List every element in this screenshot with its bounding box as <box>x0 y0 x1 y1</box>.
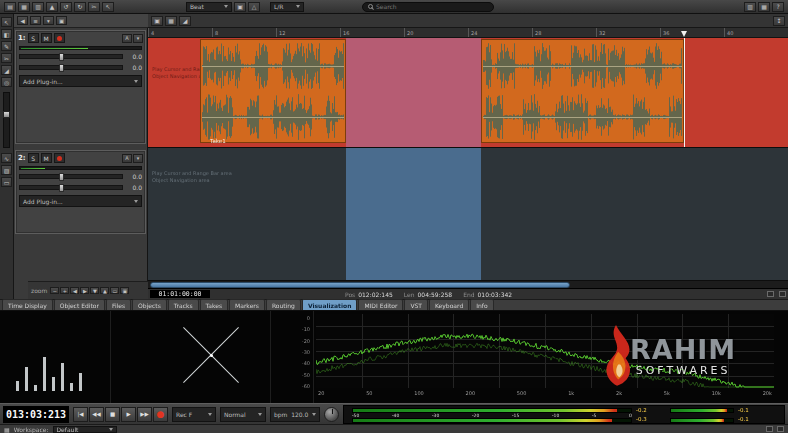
workspace-select[interactable]: Default <box>53 426 117 433</box>
record-button[interactable]: ● <box>153 407 168 422</box>
open-project-icon[interactable]: ▦ <box>18 2 30 12</box>
transport-time-display: 013:03:213 <box>3 406 69 423</box>
record-arm-button[interactable] <box>54 153 65 163</box>
fit-project-icon[interactable] <box>767 291 774 297</box>
fade-tool-icon[interactable]: ◢ <box>1 65 12 75</box>
export-icon[interactable]: ▲ <box>46 2 58 12</box>
pencil-tool-icon[interactable]: ✎ <box>1 41 12 51</box>
scroll-left-icon[interactable]: ◀ <box>70 287 79 294</box>
record-arm-button[interactable] <box>54 33 65 43</box>
track-1-lane[interactable]: Play Cursor and Range Bar area Object Na… <box>148 38 788 148</box>
track-2-lane[interactable]: Play Cursor and Range Bar area Object Na… <box>148 148 788 281</box>
statusbar-layout-icon[interactable] <box>777 426 784 432</box>
new-project-icon[interactable]: ▤ <box>4 2 16 12</box>
zoom-tool-icon[interactable]: ◎ <box>1 77 12 87</box>
audio-object[interactable] <box>481 39 684 143</box>
tempo-select[interactable]: bpm 120.0 <box>270 407 320 422</box>
playhead-cursor[interactable] <box>684 38 685 148</box>
automation-icon[interactable]: A <box>122 34 132 43</box>
vertical-zoom-fader[interactable] <box>3 92 10 148</box>
timeline-ruler[interactable]: 481216202428323640 <box>148 28 788 38</box>
search-input[interactable] <box>376 3 476 10</box>
track-menu-icon[interactable]: ▾ <box>133 154 143 163</box>
range-selection[interactable] <box>346 38 481 148</box>
pan-value: 0.0 <box>126 64 142 71</box>
layout-icon[interactable]: ▦ <box>758 2 770 12</box>
add-plugin-select[interactable]: Add Plug-in... <box>19 195 142 207</box>
transport-bar: 013:03:213 |◀◀◀■▶▶▶● Rec F Normal bpm 12… <box>0 403 788 424</box>
mute-object-tool-icon[interactable]: ▭ <box>1 177 12 187</box>
zoom-range-icon[interactable]: ▭ <box>110 287 119 294</box>
pan-fader[interactable] <box>19 65 123 70</box>
scrollbar-thumb[interactable] <box>150 282 570 288</box>
position-bar: 01:01:00:00 Pos 012:02:145 Len 004:59:25… <box>148 289 788 299</box>
save-project-icon[interactable]: ▥ <box>32 2 44 12</box>
solo-button[interactable]: S <box>28 153 39 163</box>
volume-fader[interactable] <box>19 54 123 59</box>
horizontal-scrollbar[interactable] <box>148 281 788 289</box>
redo-icon[interactable]: ↻ <box>74 2 86 12</box>
scroll-right-icon[interactable]: ▶ <box>80 287 89 294</box>
search-box[interactable] <box>362 2 494 12</box>
fader-handle[interactable] <box>59 53 64 61</box>
peak-value-left: -0.2 <box>636 407 662 413</box>
panel-tools-icon[interactable]: ▣ <box>56 16 67 25</box>
help-icon[interactable]: ? <box>772 2 784 12</box>
monitor-volume-knob[interactable] <box>324 407 339 422</box>
snap-toggle-icon[interactable]: ▣ <box>151 16 163 26</box>
go-to-start-button[interactable]: |◀ <box>73 407 88 422</box>
scrub-tool-icon[interactable]: ∿ <box>1 153 12 163</box>
play-button[interactable]: ▶ <box>121 407 136 422</box>
zoom-in-v-icon[interactable]: ▲ <box>100 287 109 294</box>
collapse-panel-icon[interactable]: ◀ <box>17 16 28 25</box>
statusbar-menu-icon[interactable]: ▦ <box>4 426 10 433</box>
mute-button[interactable]: M <box>41 33 52 43</box>
undo-icon[interactable]: ↺ <box>60 2 72 12</box>
color-tool-icon[interactable]: ▨ <box>1 165 12 175</box>
mute-button[interactable]: M <box>41 153 52 163</box>
scroll-mode-icon[interactable]: ↕ <box>773 16 785 26</box>
mouse-mode-icon[interactable]: ↖ <box>102 2 114 12</box>
zoom-out-h-icon[interactable]: − <box>50 287 59 294</box>
stop-button[interactable]: ■ <box>105 407 120 422</box>
record-mode-select[interactable]: Rec F <box>172 407 216 422</box>
master-meter-right <box>670 418 734 423</box>
range-selection[interactable] <box>346 148 481 281</box>
zoom-out-v-icon[interactable]: ▼ <box>90 287 99 294</box>
zoom-all-icon[interactable]: ▣ <box>120 287 129 294</box>
track-2-header[interactable]: 2: S M A▾ 0.0 0.0 Ad <box>15 150 146 234</box>
track-1-header[interactable]: 1: S M A▾ 0.0 0.0 Ad <box>15 30 146 144</box>
fader-handle[interactable] <box>59 173 64 181</box>
volume-fader[interactable] <box>19 174 123 179</box>
waveform-right <box>483 93 682 141</box>
pan-fader[interactable] <box>19 185 123 190</box>
beat-grid-select[interactable]: Beat <box>186 2 232 12</box>
channel-mode-select[interactable]: L/R <box>270 2 304 12</box>
select-tool-icon[interactable]: ↖ <box>1 17 12 27</box>
cut-tool-icon[interactable]: ✂ <box>1 53 12 63</box>
automation-icon[interactable]: A <box>122 154 132 163</box>
fader-handle[interactable] <box>3 111 10 118</box>
fast-forward-button[interactable]: ▶▶ <box>137 407 152 422</box>
audio-object[interactable] <box>200 39 346 143</box>
range-tool-icon[interactable]: ◧ <box>1 29 12 39</box>
zoom-in-h-icon[interactable]: + <box>60 287 69 294</box>
cpu-meter-icon[interactable]: ▥ <box>744 2 756 12</box>
rewind-button[interactable]: ◀◀ <box>89 407 104 422</box>
grid-icon[interactable]: ▣ <box>234 2 246 12</box>
zoom-preset-icon[interactable] <box>779 291 786 297</box>
grid-toggle-icon[interactable]: ▦ <box>165 16 177 26</box>
auto-crossfade-icon[interactable]: ◢ <box>179 16 191 26</box>
solo-button[interactable]: S <box>28 33 39 43</box>
playhead-marker-icon[interactable] <box>681 31 687 37</box>
panel-menu-icon[interactable]: ≡ <box>30 16 41 25</box>
fader-handle[interactable] <box>59 64 64 72</box>
play-mode-select[interactable]: Normal <box>220 407 266 422</box>
statusbar-option-icon[interactable] <box>766 426 773 432</box>
add-plugin-select[interactable]: Add Plug-in... <box>19 75 142 87</box>
cut-icon[interactable]: ✂ <box>88 2 100 12</box>
track-menu-icon[interactable]: ▾ <box>133 34 143 43</box>
snap-icon[interactable]: △ <box>248 2 260 12</box>
panel-pin-icon[interactable]: ▾ <box>43 16 54 25</box>
fader-handle[interactable] <box>59 184 64 192</box>
